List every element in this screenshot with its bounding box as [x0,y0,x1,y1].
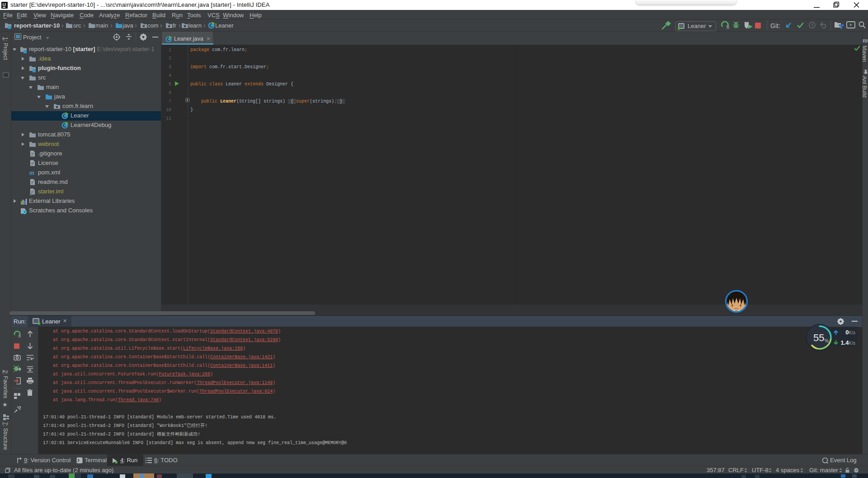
svg-text:%: % [825,338,829,343]
svg-text:55: 55 [813,332,824,343]
